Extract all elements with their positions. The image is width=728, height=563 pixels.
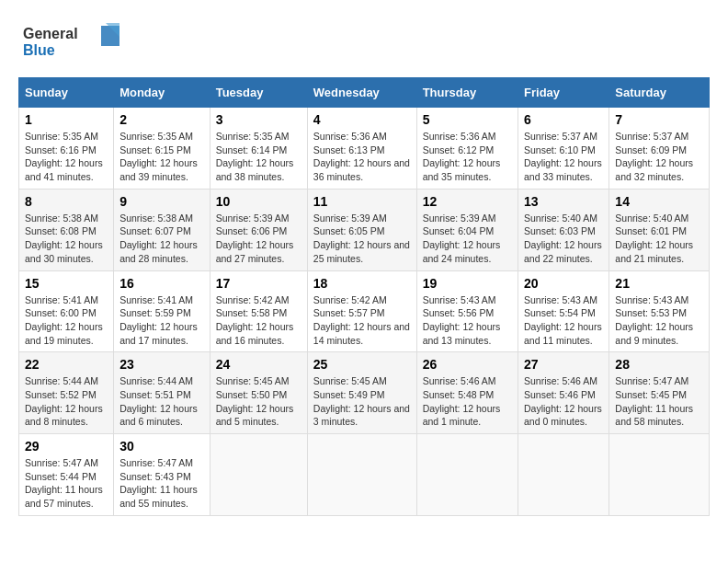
day-info: Sunrise: 5:43 AMSunset: 5:56 PMDaylight:… [423,293,512,348]
day-number: 17 [216,276,301,291]
day-info: Sunrise: 5:42 AMSunset: 5:57 PMDaylight:… [313,293,411,348]
day-info: Sunrise: 5:39 AMSunset: 6:04 PMDaylight:… [423,212,512,266]
day-number: 12 [423,194,512,209]
day-number: 14 [615,194,703,209]
day-number: 27 [524,357,603,372]
day-number: 13 [524,194,603,209]
day-number: 8 [25,194,108,209]
day-number: 10 [216,194,301,209]
day-info: Sunrise: 5:40 AMSunset: 6:03 PMDaylight:… [524,212,603,266]
day-cell: 15 Sunrise: 5:41 AMSunset: 6:00 PMDaylig… [19,270,114,352]
day-cell [210,434,307,516]
day-info: Sunrise: 5:44 AMSunset: 5:52 PMDaylight:… [25,374,108,429]
day-info: Sunrise: 5:45 AMSunset: 5:50 PMDaylight:… [216,374,301,429]
day-cell [609,434,710,516]
weekday-header-wednesday: Wednesday [307,78,416,108]
day-number: 16 [119,276,204,291]
day-number: 20 [524,276,603,291]
day-info: Sunrise: 5:37 AMSunset: 6:09 PMDaylight:… [615,130,703,184]
day-info: Sunrise: 5:39 AMSunset: 6:06 PMDaylight:… [216,212,301,266]
weekday-header-friday: Friday [518,78,609,108]
day-info: Sunrise: 5:36 AMSunset: 6:12 PMDaylight:… [423,130,512,184]
day-number: 25 [313,357,411,372]
day-cell: 16 Sunrise: 5:41 AMSunset: 5:59 PMDaylig… [114,270,210,352]
day-number: 2 [119,112,204,127]
day-number: 21 [615,276,703,291]
week-row-5: 29 Sunrise: 5:47 AMSunset: 5:44 PMDaylig… [19,434,710,516]
day-info: Sunrise: 5:41 AMSunset: 5:59 PMDaylight:… [119,293,204,348]
day-cell: 22 Sunrise: 5:44 AMSunset: 5:52 PMDaylig… [19,352,114,434]
day-cell: 1 Sunrise: 5:35 AMSunset: 6:16 PMDayligh… [19,108,114,190]
logo-svg: General Blue [18,18,119,64]
day-number: 30 [119,439,204,454]
day-cell: 21 Sunrise: 5:43 AMSunset: 5:53 PMDaylig… [609,270,710,352]
day-info: Sunrise: 5:38 AMSunset: 6:07 PMDaylight:… [119,212,204,266]
week-row-1: 1 Sunrise: 5:35 AMSunset: 6:16 PMDayligh… [19,108,710,190]
day-number: 26 [423,357,512,372]
day-info: Sunrise: 5:46 AMSunset: 5:48 PMDaylight:… [423,374,512,429]
day-cell: 20 Sunrise: 5:43 AMSunset: 5:54 PMDaylig… [518,270,609,352]
logo: General Blue [18,18,119,68]
day-info: Sunrise: 5:38 AMSunset: 6:08 PMDaylight:… [25,212,108,266]
day-number: 23 [119,357,204,372]
day-info: Sunrise: 5:35 AMSunset: 6:15 PMDaylight:… [119,130,204,184]
day-cell: 25 Sunrise: 5:45 AMSunset: 5:49 PMDaylig… [307,352,416,434]
day-cell: 26 Sunrise: 5:46 AMSunset: 5:48 PMDaylig… [416,352,518,434]
weekday-header-row: SundayMondayTuesdayWednesdayThursdayFrid… [19,78,710,108]
day-info: Sunrise: 5:41 AMSunset: 6:00 PMDaylight:… [25,293,108,348]
day-number: 6 [524,112,603,127]
day-info: Sunrise: 5:35 AMSunset: 6:14 PMDaylight:… [216,130,301,184]
page-header: General Blue [18,18,710,68]
day-number: 11 [313,194,411,209]
day-cell [518,434,609,516]
day-cell: 24 Sunrise: 5:45 AMSunset: 5:50 PMDaylig… [210,352,307,434]
day-number: 28 [615,357,703,372]
weekday-header-monday: Monday [114,78,210,108]
week-row-4: 22 Sunrise: 5:44 AMSunset: 5:52 PMDaylig… [19,352,710,434]
day-info: Sunrise: 5:44 AMSunset: 5:51 PMDaylight:… [119,374,204,429]
day-info: Sunrise: 5:35 AMSunset: 6:16 PMDaylight:… [25,130,108,184]
day-cell: 17 Sunrise: 5:42 AMSunset: 5:58 PMDaylig… [210,270,307,352]
day-cell: 13 Sunrise: 5:40 AMSunset: 6:03 PMDaylig… [518,189,609,270]
day-cell: 18 Sunrise: 5:42 AMSunset: 5:57 PMDaylig… [307,270,416,352]
day-cell: 14 Sunrise: 5:40 AMSunset: 6:01 PMDaylig… [609,189,710,270]
day-cell: 6 Sunrise: 5:37 AMSunset: 6:10 PMDayligh… [518,108,609,190]
day-info: Sunrise: 5:47 AMSunset: 5:43 PMDaylight:… [119,456,204,511]
day-cell: 10 Sunrise: 5:39 AMSunset: 6:06 PMDaylig… [210,189,307,270]
day-number: 24 [216,357,301,372]
day-info: Sunrise: 5:47 AMSunset: 5:44 PMDaylight:… [25,456,108,511]
day-info: Sunrise: 5:42 AMSunset: 5:58 PMDaylight:… [216,293,301,348]
day-number: 3 [216,112,301,127]
day-cell: 29 Sunrise: 5:47 AMSunset: 5:44 PMDaylig… [19,434,114,516]
day-number: 9 [119,194,204,209]
day-cell: 8 Sunrise: 5:38 AMSunset: 6:08 PMDayligh… [19,189,114,270]
day-number: 19 [423,276,512,291]
day-number: 5 [423,112,512,127]
day-number: 22 [25,357,108,372]
day-cell: 28 Sunrise: 5:47 AMSunset: 5:45 PMDaylig… [609,352,710,434]
day-cell: 9 Sunrise: 5:38 AMSunset: 6:07 PMDayligh… [114,189,210,270]
week-row-2: 8 Sunrise: 5:38 AMSunset: 6:08 PMDayligh… [19,189,710,270]
day-info: Sunrise: 5:39 AMSunset: 6:05 PMDaylight:… [313,212,411,266]
day-number: 1 [25,112,108,127]
day-cell: 3 Sunrise: 5:35 AMSunset: 6:14 PMDayligh… [210,108,307,190]
day-cell: 7 Sunrise: 5:37 AMSunset: 6:09 PMDayligh… [609,108,710,190]
weekday-header-tuesday: Tuesday [210,78,307,108]
day-cell: 2 Sunrise: 5:35 AMSunset: 6:15 PMDayligh… [114,108,210,190]
day-info: Sunrise: 5:45 AMSunset: 5:49 PMDaylight:… [313,374,411,429]
day-number: 7 [615,112,703,127]
day-number: 18 [313,276,411,291]
day-info: Sunrise: 5:43 AMSunset: 5:53 PMDaylight:… [615,293,703,348]
day-number: 4 [313,112,411,127]
day-number: 15 [25,276,108,291]
day-cell: 19 Sunrise: 5:43 AMSunset: 5:56 PMDaylig… [416,270,518,352]
day-info: Sunrise: 5:47 AMSunset: 5:45 PMDaylight:… [615,374,703,429]
day-cell: 27 Sunrise: 5:46 AMSunset: 5:46 PMDaylig… [518,352,609,434]
weekday-header-sunday: Sunday [19,78,114,108]
day-cell: 12 Sunrise: 5:39 AMSunset: 6:04 PMDaylig… [416,189,518,270]
day-cell: 4 Sunrise: 5:36 AMSunset: 6:13 PMDayligh… [307,108,416,190]
day-info: Sunrise: 5:43 AMSunset: 5:54 PMDaylight:… [524,293,603,348]
day-cell: 5 Sunrise: 5:36 AMSunset: 6:12 PMDayligh… [416,108,518,190]
day-number: 29 [25,439,108,454]
day-info: Sunrise: 5:37 AMSunset: 6:10 PMDaylight:… [524,130,603,184]
